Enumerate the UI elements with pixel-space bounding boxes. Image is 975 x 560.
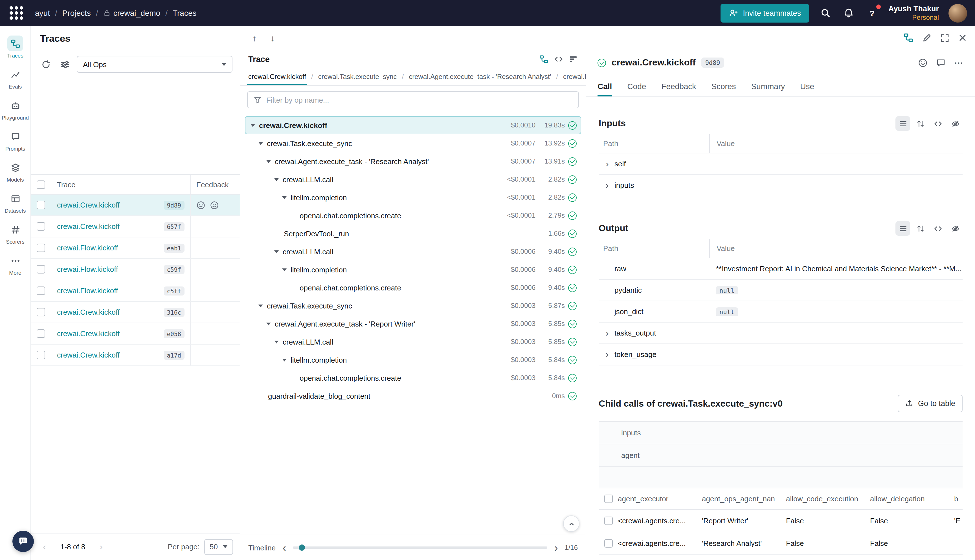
list-view-icon[interactable] [895,116,910,131]
trace-tree-row[interactable]: guardrail-validate_blog_content 0ms [245,387,581,405]
refresh-icon[interactable] [38,57,53,72]
breadcrumb-project[interactable]: crewai_demo [103,8,160,17]
column-header[interactable]: agent_executor [618,495,702,503]
tab-scores[interactable]: Scores [711,75,736,97]
tab-use[interactable]: Use [800,75,814,97]
frowny-feedback-icon[interactable] [210,200,219,210]
column-header[interactable]: allow_code_execution [786,495,870,503]
chevron-down-icon[interactable] [274,250,279,253]
trace-tree-row[interactable]: crewai.Task.execute_sync $0.0007 13.92s [245,134,581,152]
code-view-icon[interactable] [554,55,563,64]
tree-view-icon[interactable] [539,55,548,64]
trace-tree-row[interactable]: litellm.completion $0.0006 9.40s [245,260,581,278]
table-row[interactable]: crewai.Flow.kickoffeab1 [31,237,240,259]
timeline-next-icon[interactable]: › [554,542,558,553]
sidebar-item-more[interactable]: More [0,249,30,280]
table-row[interactable]: crewai.Crew.kickoff 9d89 [31,195,240,216]
notifications-bell-icon[interactable] [842,6,856,20]
smiley-feedback-icon[interactable] [196,200,205,210]
tab-code[interactable]: Code [627,75,646,97]
code-json-icon[interactable] [930,116,945,131]
go-to-table-button[interactable]: Go to table [898,395,963,412]
table-row[interactable]: crewai.Crew.kickoffe058 [31,323,240,345]
timeline-prev-icon[interactable]: ‹ [282,542,286,553]
sidebar-item-traces[interactable]: Traces [0,32,30,63]
hide-values-eye-icon[interactable] [948,116,963,131]
user-menu[interactable]: Ayush Thakur Personal [888,4,939,22]
row-checkbox[interactable] [37,308,45,317]
input-row-self[interactable]: ›self [599,153,963,175]
chevron-down-icon[interactable] [266,322,271,325]
path-tab[interactable]: crewai.Crew.kickoff [247,73,307,85]
output-row-pydantic[interactable]: pydantic null [599,280,963,301]
code-json-icon[interactable] [930,221,945,236]
breadcrumb-projects[interactable]: Projects [62,8,91,17]
breadcrumb-entity[interactable]: ayut [35,8,50,17]
column-header[interactable]: allow_delegation [870,495,954,503]
trace-tree-row[interactable]: openai.chat.completions.create $0.0006 9… [245,278,581,297]
avatar[interactable] [948,4,967,22]
per-page-select[interactable]: 50 [204,539,233,555]
output-row-json-dict[interactable]: json_dict null [599,301,963,323]
sidebar-item-scorers[interactable]: Scorers [0,218,30,249]
tab-summary[interactable]: Summary [751,75,785,97]
scroll-to-top-button[interactable] [563,515,579,532]
path-tab[interactable]: crewai.LLM.cal [562,73,586,85]
chat-widget-button[interactable] [12,531,34,552]
trace-tree-row[interactable]: crewai.Task.execute_sync $0.0003 5.87s [245,297,581,315]
tab-feedback[interactable]: Feedback [661,75,696,97]
chevron-down-icon[interactable] [266,160,271,163]
filter-settings-icon[interactable] [58,57,72,72]
sidebar-item-prompts[interactable]: Prompts [0,125,30,156]
trace-column-header[interactable]: Trace [50,180,190,188]
wandb-logo-icon[interactable] [8,5,25,22]
chevron-down-icon[interactable] [282,196,287,199]
trace-tree-row[interactable]: crewai.LLM.call <$0.0001 2.82s [245,170,581,188]
chevron-down-icon[interactable] [282,268,287,271]
row-checkbox[interactable] [37,329,45,338]
trace-tree-row[interactable]: crewai.Crew.kickoff $0.0010 19.83s [245,116,581,134]
trace-link[interactable]: crewai.Flow.kickoff [57,287,118,295]
row-checkbox[interactable] [37,265,45,273]
table-row[interactable]: <crewai.agents.cre... 'Research Analyst'… [599,532,963,555]
trace-link[interactable]: crewai.Flow.kickoff [57,243,118,252]
chevron-down-icon[interactable] [259,304,263,307]
overflow-menu-icon[interactable]: ⋯ [954,57,964,68]
table-row[interactable]: crewai.Flow.kickoffc5ff [31,280,240,302]
output-row-token-usage[interactable]: ›token_usage [599,344,963,365]
select-all-checkbox[interactable] [604,495,613,503]
help-icon[interactable]: ? [865,6,879,20]
trace-tree-row[interactable]: crewai.LLM.call $0.0006 9.40s [245,242,581,260]
select-all-checkbox[interactable] [37,180,45,188]
edit-pencil-icon[interactable] [922,33,932,43]
table-row[interactable]: crewai.Crew.kickoff657f [31,216,240,237]
tab-call[interactable]: Call [598,75,612,97]
feedback-column-header[interactable]: Feedback [190,175,240,194]
chevron-down-icon[interactable] [250,124,255,127]
trace-link[interactable]: crewai.Crew.kickoff [57,201,120,209]
add-reaction-icon[interactable] [918,58,928,67]
column-header[interactable]: agent_ops_agent_nan [702,495,786,503]
trace-link[interactable]: crewai.Crew.kickoff [57,329,120,338]
chevron-down-icon[interactable] [259,142,263,145]
row-checkbox[interactable] [37,201,45,209]
list-view-icon[interactable] [895,221,910,236]
trace-tree-row[interactable]: litellm.completion $0.0003 5.84s [245,351,581,369]
row-checkbox[interactable] [37,351,45,359]
hide-values-eye-icon[interactable] [948,221,963,236]
trace-tree-row[interactable]: crewai.Agent.execute_task - 'Research An… [245,152,581,170]
output-row-raw[interactable]: raw **Investment Report: AI in Chemical … [599,258,963,280]
timeline-slider-handle[interactable] [299,545,305,551]
trace-link[interactable]: crewai.Crew.kickoff [57,222,120,231]
expand-collapse-icon[interactable] [913,116,928,131]
tree-view-toggle-icon[interactable] [903,33,913,43]
row-checkbox[interactable] [604,539,613,548]
comment-icon[interactable] [936,58,946,67]
table-row[interactable]: <crewai.agents.cre... 'Report Writer' Fa… [599,510,963,532]
row-checkbox[interactable] [604,517,613,525]
fullscreen-icon[interactable] [940,33,950,43]
invite-teammates-button[interactable]: Invite teammates [720,4,810,22]
input-row-inputs[interactable]: ›inputs [599,175,963,196]
breadcrumb-page[interactable]: Traces [173,8,197,17]
op-name-filter-input[interactable] [266,96,573,104]
